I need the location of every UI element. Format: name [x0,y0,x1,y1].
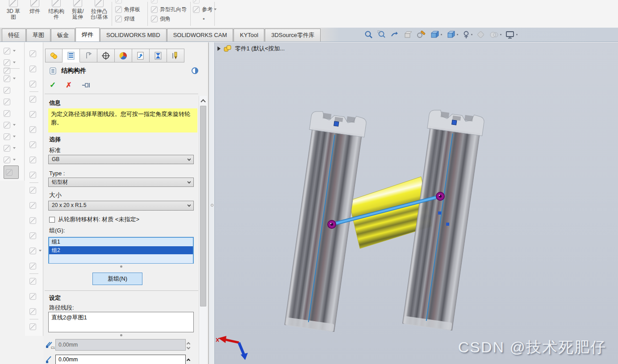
cancel-button[interactable]: ✗ [66,81,71,89]
graphics-viewport[interactable]: 零件1 (默认<按加... CSDN @技术死肥仔 [215,42,618,364]
display-style-icon[interactable] [446,30,459,40]
toolbar-tool[interactable] [29,273,38,289]
ribbon-item-reference[interactable]: 参考 [193,5,217,14]
toolbar-tool[interactable] [4,131,24,142]
ribbon-button[interactable]: 3D 草 图 [3,0,24,28]
command-tab[interactable]: 草图 [26,29,50,41]
toolbar-tool[interactable] [29,46,43,61]
group-list-item[interactable] [49,255,193,263]
toolbar-tool[interactable] [4,73,24,84]
ok-button[interactable]: ✓ [50,80,56,90]
ribbon-item-clipped[interactable] [193,0,217,4]
expand-arrow-icon[interactable] [217,46,221,51]
toolbar-tool[interactable] [29,61,43,76]
path-endpoint-left[interactable] [328,220,336,228]
toolbar-tool[interactable] [29,319,38,334]
panel-splitter[interactable] [209,42,215,364]
ribbon-button[interactable]: 结构构 件 [46,0,67,28]
standard-select[interactable]: GB [48,155,194,164]
path-segment-item[interactable]: 直线2@草图1 [51,314,87,321]
group-list-item[interactable]: 组1 [49,238,193,246]
toolbar-tool[interactable] [4,84,24,96]
toolbar-tool[interactable] [29,258,43,273]
edit-appearance-icon[interactable] [476,30,486,40]
toolbar-tool[interactable] [29,122,43,137]
transfer-material-checkbox-row[interactable]: 从轮廓转移材料: 材质 <未指定> [49,215,139,223]
toolbar-tool[interactable] [29,182,38,198]
feature-manager-tab[interactable] [45,49,63,62]
model-3d-view[interactable] [215,42,618,364]
apply-scene-icon[interactable] [489,30,502,40]
ribbon-button[interactable]: 拉伸凸 台/基体 [88,0,110,28]
ribbon-item-clipped[interactable] [115,0,140,4]
view-settings-icon[interactable] [505,30,518,40]
pin-button[interactable] [82,82,91,88]
path-segments-listbox[interactable]: 直线2@草图1 [48,312,194,332]
zoom-to-area-icon[interactable] [377,30,387,40]
sketch-endpoint[interactable] [334,121,339,126]
ribbon-item-hole-wizard[interactable]: 异型孔向导 [151,5,187,14]
toolbar-tool[interactable] [4,57,24,68]
type-select[interactable]: 铝型材 [48,178,194,187]
sketch-point[interactable] [446,223,449,226]
scroll-up-button[interactable] [201,98,205,105]
toolbar-tool[interactable] [29,228,43,243]
toolbar-tool[interactable] [29,304,43,319]
toolbar-tool[interactable] [4,154,24,165]
command-tab[interactable]: SOLIDWORKS CAM [167,29,234,41]
new-group-button[interactable]: 新组(N) [92,273,142,285]
sketch-point[interactable] [438,211,441,215]
offset-input-2[interactable]: 0.00mm [55,355,186,364]
splitter-handle[interactable] [211,204,213,207]
configuration-manager-tab[interactable] [80,49,97,62]
path-endpoint-right[interactable] [436,192,444,200]
toolbar-tool[interactable] [4,165,19,179]
section-view-icon[interactable] [403,30,413,40]
spin-up-icon[interactable] [187,358,190,362]
zoom-to-fit-icon[interactable] [364,30,374,40]
ribbon-button[interactable]: 焊件 [24,0,46,28]
spinner-buttons[interactable] [187,341,190,349]
sketch-endpoint[interactable] [452,120,457,125]
help-icon[interactable] [192,67,198,74]
ribbon-item-reference-more[interactable]: • [193,14,217,23]
toolbar-tool[interactable] [4,45,24,57]
measure-icon[interactable] [416,30,426,40]
command-tab[interactable]: 特征 [2,29,26,41]
spin-up-icon[interactable] [187,342,190,345]
toolbar-tool[interactable] [29,213,43,228]
ribbon-item-chamfer[interactable]: 倒角 [151,14,187,23]
size-select[interactable]: 20 x 20 x R1.5 [48,201,194,211]
hide-show-items-icon[interactable] [462,30,473,40]
cam-feature-tree-tab[interactable] [132,49,150,62]
group-list-item[interactable]: 组2 [49,246,193,255]
offset-input-1[interactable]: 0.00mm [55,339,186,351]
toolbar-tool[interactable] [29,198,43,213]
view-orientation-icon[interactable] [430,30,443,40]
command-tab[interactable]: SOLIDWORKS MBD [100,29,167,41]
command-tab[interactable]: 3DSource零件库 [265,29,321,41]
tool-manager-tab[interactable] [167,49,184,62]
toolbar-tool[interactable] [29,289,43,304]
toolbar-tool[interactable] [4,96,24,108]
toolbar-tool[interactable] [29,137,43,152]
panel-scrollbar[interactable] [199,96,207,364]
toolbar-tool[interactable] [4,68,20,73]
property-manager-tab[interactable] [63,49,80,62]
toolbar-tool[interactable] [29,107,43,122]
ribbon-button[interactable]: 剪裁/ 延伸 [67,0,88,28]
toolbar-tool[interactable] [29,167,43,182]
display-manager-tab[interactable] [115,49,132,62]
scrollbar-thumb[interactable] [200,106,206,306]
command-tab[interactable]: KYTool [234,29,264,41]
toolbar-tool[interactable] [29,76,43,91]
toolbar-tool[interactable] [4,108,24,119]
toolbar-tool[interactable] [29,152,43,167]
previous-view-icon[interactable] [390,30,400,40]
spinner-buttons[interactable] [187,358,190,362]
list-resize-grip[interactable] [120,334,122,336]
checkbox[interactable] [49,217,55,223]
toolbar-tool[interactable] [4,142,24,154]
list-resize-grip[interactable] [120,265,122,268]
command-tab[interactable]: 焊件 [75,28,100,41]
